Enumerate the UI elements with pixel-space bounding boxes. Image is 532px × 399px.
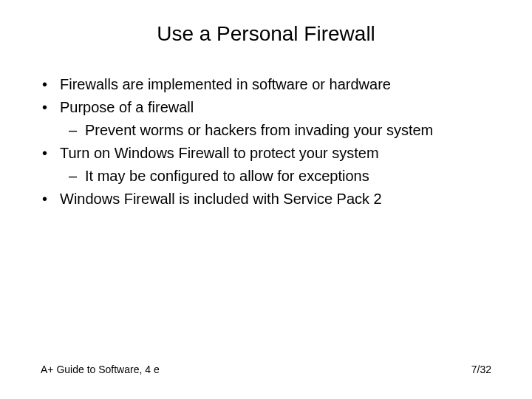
footer-right: 7/32 <box>471 364 491 375</box>
bullet-item: • Purpose of a firewall <box>41 97 491 118</box>
slide: Use a Personal Firewall • Firewalls are … <box>0 0 532 399</box>
bullet-item: • Turn on Windows Firewall to protect yo… <box>41 143 491 164</box>
slide-footer: A+ Guide to Software, 4 e 7/32 <box>41 364 491 375</box>
bullet-text: Windows Firewall is included with Servic… <box>60 188 491 210</box>
bullet-text: Firewalls are implemented in software or… <box>60 74 491 95</box>
bullet-marker: – <box>69 120 85 141</box>
bullet-marker: • <box>41 74 60 95</box>
bullet-marker: • <box>41 143 60 164</box>
bullet-item: • Windows Firewall is included with Serv… <box>41 188 491 210</box>
slide-title: Use a Personal Firewall <box>41 22 491 46</box>
bullet-item: • Firewalls are implemented in software … <box>41 74 491 95</box>
bullet-marker: • <box>41 97 60 118</box>
sub-bullet-item: – Prevent worms or hackers from invading… <box>41 120 491 141</box>
bullet-text: It may be configured to allow for except… <box>85 166 491 187</box>
bullet-marker: • <box>41 188 60 210</box>
sub-bullet-item: – It may be configured to allow for exce… <box>41 166 491 187</box>
slide-content: • Firewalls are implemented in software … <box>41 74 491 210</box>
bullet-marker: – <box>69 166 85 187</box>
bullet-text: Purpose of a firewall <box>60 97 491 118</box>
bullet-text: Prevent worms or hackers from invading y… <box>85 120 491 141</box>
bullet-text: Turn on Windows Firewall to protect your… <box>60 143 491 164</box>
footer-left: A+ Guide to Software, 4 e <box>41 364 160 375</box>
